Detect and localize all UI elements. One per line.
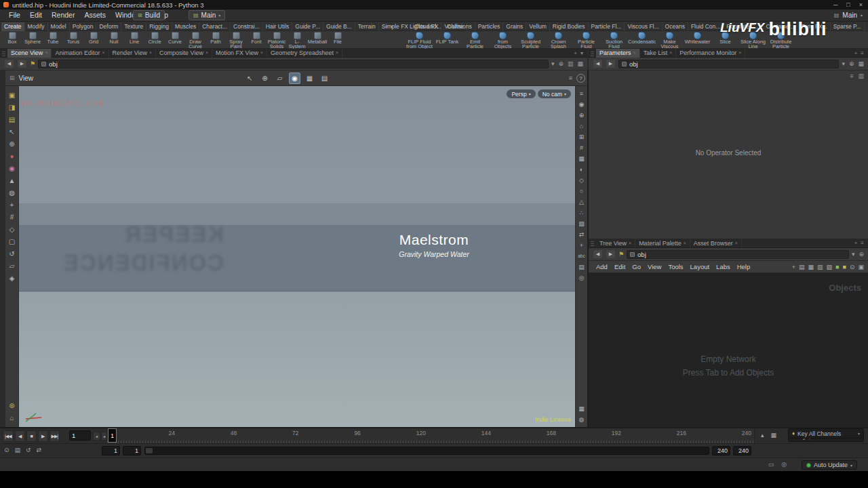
abc-markers-icon[interactable]: abc xyxy=(578,253,585,260)
shelf-tool[interactable]: Grid xyxy=(83,31,104,49)
range-start-sub-field[interactable] xyxy=(123,446,141,455)
bookmark-flag-icon[interactable]: ⚑ xyxy=(30,60,35,67)
pin-icon[interactable]: ⊕ xyxy=(859,251,864,258)
menu-item[interactable]: Render xyxy=(47,9,79,21)
forward-button[interactable]: ▶ xyxy=(606,59,616,68)
realtime-toggle-icon[interactable]: ⇄ xyxy=(37,447,42,453)
pane-tab[interactable]: Geometry Spreadsheet × xyxy=(267,49,342,58)
chevron-down-icon[interactable]: ▾ xyxy=(580,50,583,56)
shelf-tool[interactable]: Sculpted Particle Fluid xyxy=(517,31,545,49)
close-icon[interactable]: × xyxy=(260,49,263,57)
shelf-tab[interactable]: Charact... xyxy=(199,22,231,31)
lasso-tool-icon[interactable]: ▱ xyxy=(9,262,15,270)
display-options-icon[interactable]: ▦ xyxy=(304,73,315,84)
shelf-tab[interactable]: Lights and... xyxy=(407,22,444,31)
status-indicator-icon[interactable]: ◎ xyxy=(781,461,787,468)
network-path-field[interactable]: obj xyxy=(627,250,849,259)
pane-tab[interactable]: Composite View × xyxy=(156,49,212,58)
shelf-tool[interactable]: File xyxy=(328,31,348,49)
list-mode-icon[interactable]: ▤ xyxy=(799,264,805,270)
auto-update-dropdown[interactable]: Auto Update ▾ xyxy=(802,460,857,470)
timeline-ruler[interactable]: 124487296120144168192216240 1 xyxy=(106,428,755,443)
handles-icon[interactable]: ⊕ xyxy=(259,73,271,84)
pane-menu-icon[interactable]: ≡ xyxy=(569,75,572,81)
pane-drag-handle[interactable] xyxy=(2,50,5,56)
shelf-tab[interactable]: Fluid Con... xyxy=(688,22,724,31)
minimize-button[interactable]: ─ xyxy=(833,0,837,9)
shelf-tool[interactable]: Whitewater xyxy=(684,31,711,49)
grid-mode-icon[interactable]: ▦ xyxy=(808,264,814,270)
character-tool-icon[interactable]: ▲ xyxy=(9,177,16,184)
network-menu-item[interactable]: Add xyxy=(593,261,611,272)
bbox-icon[interactable]: ▢ xyxy=(9,238,15,245)
wireframe-icon[interactable]: ◇ xyxy=(579,177,584,184)
material-icon[interactable]: ◈ xyxy=(9,274,15,282)
image-planes-icon[interactable]: ▤ xyxy=(578,264,585,270)
range-end-sub-field[interactable] xyxy=(712,446,730,455)
shelf-tool[interactable]: Emit Particle Fluid xyxy=(461,31,489,49)
lighting-icon[interactable]: ○ xyxy=(580,188,583,195)
close-icon[interactable]: × xyxy=(669,49,672,57)
shelf-tool[interactable]: Suction Fluid xyxy=(600,31,628,49)
maximize-pane-icon[interactable]: ▦ xyxy=(858,60,864,67)
home-grid-icon[interactable]: ⌂ xyxy=(580,123,583,129)
loop-icon[interactable]: ↺ xyxy=(26,447,31,453)
shelf-tool[interactable]: L-System xyxy=(287,31,307,49)
tree-mode-icon[interactable]: ▧ xyxy=(827,264,833,270)
back-button[interactable]: ◀ xyxy=(593,59,603,68)
network-menu-item[interactable]: Tools xyxy=(665,261,686,272)
close-icon[interactable]: × xyxy=(633,49,636,57)
maximize-button[interactable]: □ xyxy=(846,0,850,9)
pin-pane-icon[interactable]: ▤ xyxy=(9,116,15,123)
camera-select-button[interactable]: No cam ▾ xyxy=(538,89,571,98)
back-button[interactable]: ◀ xyxy=(4,59,14,68)
pane-drag-handle[interactable] xyxy=(591,50,594,56)
shelf-tool[interactable]: from Objects xyxy=(489,31,517,49)
close-icon[interactable]: × xyxy=(629,239,631,247)
shelf-tool[interactable]: Null xyxy=(104,31,124,49)
close-icon[interactable]: × xyxy=(45,49,47,57)
add-tool-icon[interactable]: + xyxy=(10,201,14,209)
pane-tab[interactable]: Tree View × xyxy=(596,239,635,247)
shelf-tab[interactable]: Polygon xyxy=(70,22,97,31)
chevron-down-icon[interactable]: ▾ xyxy=(391,24,393,30)
help-icon[interactable]: ? xyxy=(576,74,585,83)
menu-item[interactable]: Assets xyxy=(79,9,111,21)
stop-button[interactable]: ■ xyxy=(26,430,37,442)
camera-icon[interactable]: ◉ xyxy=(579,101,585,108)
shelf-tool[interactable]: FLIP Tank xyxy=(433,31,461,49)
pane-tab[interactable]: Scene View × xyxy=(7,49,52,58)
shelf-tab[interactable]: Viscous Fl... xyxy=(625,22,662,31)
global-anim-options-icon[interactable]: ⊙ xyxy=(4,447,9,453)
scene-path-field[interactable]: obj xyxy=(38,60,549,68)
pane-tab[interactable]: Asset Browser × xyxy=(690,239,742,247)
range-slider-handle[interactable] xyxy=(146,448,153,453)
forward-button[interactable]: ▶ xyxy=(606,249,616,259)
shelf-tool[interactable]: Crown Splash Particle Fluid xyxy=(545,31,572,49)
chevron-down-icon[interactable]: ▾ xyxy=(551,60,555,67)
shelf-tool[interactable]: Curve xyxy=(165,31,185,49)
grid-icon[interactable]: ▦ xyxy=(578,155,585,162)
add-pane-tab-icon[interactable]: + xyxy=(574,50,577,56)
pose-tool-icon[interactable]: ◍ xyxy=(9,189,15,197)
shelf-tab[interactable]: Oceans xyxy=(663,22,688,31)
orientation-icon[interactable]: ◇ xyxy=(9,226,15,233)
grid-overlay-icon[interactable]: ▦ xyxy=(578,405,585,412)
column-mode-icon[interactable]: ▥ xyxy=(817,264,823,270)
add-pane-tab-icon[interactable]: + xyxy=(854,50,858,56)
prev-frame-button[interactable]: ◀ xyxy=(15,430,25,442)
shelf-tool[interactable]: Tube xyxy=(43,31,63,49)
snapshot-icon[interactable]: ▣ xyxy=(858,264,864,270)
shelf-tool[interactable]: Font xyxy=(246,31,267,49)
add-shelf-tab-icon[interactable]: + xyxy=(384,24,388,30)
jump-end-button[interactable]: ▶▶| xyxy=(50,430,60,442)
pane-maximize-icon[interactable]: ◨ xyxy=(9,104,15,111)
dopesheet-icon[interactable]: ▦ xyxy=(771,432,777,439)
network-menu-item[interactable]: Layout xyxy=(687,261,713,272)
playhead[interactable]: 1 xyxy=(108,428,117,443)
range-end-field[interactable] xyxy=(733,446,751,455)
flipbook-icon[interactable]: ⊛ xyxy=(9,402,14,409)
snapshot-icon[interactable]: ▤ xyxy=(319,73,330,84)
network-menu-item[interactable]: Go xyxy=(629,261,644,272)
step-back-button[interactable]: ◂ xyxy=(93,432,100,441)
